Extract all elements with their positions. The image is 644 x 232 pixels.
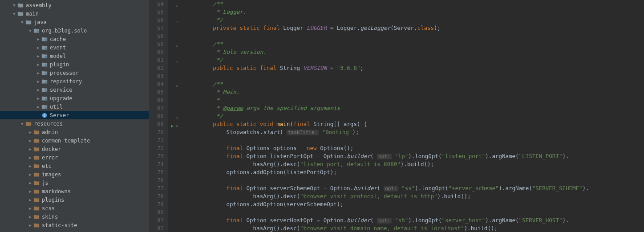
tree-node-admin[interactable]: ▶admin [0, 128, 149, 136]
code-line[interactable]: final Option listenPortOpt = Option.buil… [186, 152, 644, 160]
chevron-right-icon[interactable]: ▶ [28, 223, 33, 228]
tree-node-server[interactable]: CServer [0, 111, 149, 119]
fold-open-icon[interactable]: ⊖ [176, 122, 178, 130]
code-line[interactable]: final Option serverHostOpt = Option.buil… [186, 216, 644, 224]
chevron-right-icon[interactable]: ▶ [36, 88, 41, 92]
tree-node-util[interactable]: ▶util [0, 102, 149, 111]
chevron-right-icon[interactable]: ▶ [28, 138, 33, 143]
tree-node-skins[interactable]: ▶skins [0, 212, 149, 221]
code-line[interactable]: */ [186, 112, 644, 120]
tree-node-repository[interactable]: ▶repository [0, 77, 149, 85]
fold-close-icon[interactable]: ⊟ [176, 18, 178, 26]
chevron-right-icon[interactable]: ▶ [36, 71, 41, 75]
chevron-right-icon[interactable]: ▶ [28, 164, 33, 168]
code-line[interactable] [186, 72, 644, 80]
code-line[interactable] [186, 176, 644, 184]
chevron-down-icon[interactable]: ▼ [12, 3, 17, 8]
chevron-down-icon[interactable]: ▼ [12, 12, 17, 16]
run-gutter-icon[interactable]: ▶ [171, 122, 174, 130]
code-line[interactable] [186, 208, 644, 216]
chevron-right-icon[interactable]: ▶ [28, 155, 33, 160]
chevron-right-icon[interactable]: ▶ [36, 37, 41, 41]
token-doc: * Main. [213, 89, 239, 95]
tree-node-main[interactable]: ▼main [0, 9, 149, 18]
tree-node-processor[interactable]: ▶processor [0, 69, 149, 77]
chevron-right-icon[interactable]: ▶ [36, 79, 41, 84]
chevron-right-icon[interactable]: ▶ [28, 206, 33, 211]
chevron-right-icon[interactable]: ▶ [28, 198, 33, 202]
code-line[interactable]: /** [186, 80, 644, 88]
tree-node-common-template[interactable]: ▶common-template [0, 136, 149, 145]
tree-node-upgrade[interactable]: ▶upgrade [0, 94, 149, 102]
tree-node-java[interactable]: ▼java [0, 18, 149, 26]
project-tree[interactable]: ▼assembly▼main▼java▼org.b3log.solo▶cache… [0, 0, 149, 232]
tree-node-label: plugins [42, 197, 65, 203]
code-line[interactable]: */ [186, 56, 644, 64]
code-line[interactable]: * @param args the specified arguments [186, 104, 644, 112]
code-line[interactable]: hasArg().desc("browser visit protocol, d… [186, 192, 644, 200]
chevron-right-icon[interactable]: ▶ [28, 147, 33, 151]
code-line[interactable] [186, 32, 644, 40]
fold-open-icon[interactable]: ⊖ [176, 2, 178, 10]
tree-node-markdowns[interactable]: ▶markdowns [0, 187, 149, 195]
chevron-right-icon[interactable]: ▶ [28, 181, 33, 185]
chevron-right-icon[interactable]: ▶ [28, 130, 33, 134]
tree-node-cache[interactable]: ▶cache [0, 35, 149, 43]
chevron-right-icon[interactable]: ▶ [36, 96, 41, 101]
tree-node-event[interactable]: ▶event [0, 43, 149, 52]
tree-node-static-site[interactable]: ▶static-site [0, 221, 149, 229]
tree-node-js[interactable]: ▶js [0, 179, 149, 187]
code-line[interactable]: options.addOption(serverSchemeOpt); [186, 200, 644, 208]
tree-node-plugin[interactable]: ▶plugin [0, 60, 149, 69]
code-line[interactable]: hasArg().desc("browser visit domain name… [186, 224, 644, 232]
code-line[interactable]: hasArg().desc("listen port, default is 8… [186, 160, 644, 168]
package-icon [41, 86, 48, 94]
code-line[interactable]: public static final String VERSION = "3.… [186, 64, 644, 72]
tree-node-plugins[interactable]: ▶plugins [0, 195, 149, 204]
fold-close-icon[interactable]: ⊟ [176, 114, 178, 122]
code-line[interactable]: public static void main(final String[] a… [186, 120, 644, 128]
chevron-right-icon[interactable]: ▶ [28, 215, 33, 219]
token-type: Option serverSchemeOpt [247, 185, 320, 191]
tree-node-docker[interactable]: ▶docker [0, 145, 149, 153]
tree-node-org-b3log-solo[interactable]: ▼org.b3log.solo [0, 26, 149, 35]
code-line[interactable]: final Options options = new Options(); [186, 144, 644, 152]
chevron-down-icon[interactable]: ▼ [28, 28, 33, 33]
code-line[interactable]: Stopwatchs.start( taskTitle: "Booting"); [186, 128, 644, 136]
code-line[interactable]: /** [186, 0, 644, 8]
token-static: builder [347, 153, 370, 159]
chevron-right-icon[interactable]: ▶ [36, 62, 41, 67]
tree-node-etc[interactable]: ▶etc [0, 162, 149, 170]
code-area[interactable]: /** * Logger. */ private static final Lo… [181, 0, 644, 232]
chevron-down-icon[interactable]: ▼ [20, 20, 25, 24]
code-line[interactable]: * Logger. [186, 8, 644, 16]
tree-node-resources[interactable]: ▼resources [0, 119, 149, 128]
token-str: "SERVER_SCHEME" [532, 185, 583, 191]
tree-node-images[interactable]: ▶images [0, 170, 149, 179]
chevron-right-icon[interactable]: ▶ [36, 105, 41, 109]
chevron-right-icon[interactable]: ▶ [28, 189, 33, 194]
chevron-right-icon[interactable]: ▶ [28, 172, 33, 177]
tree-node-service[interactable]: ▶service [0, 85, 149, 94]
code-line[interactable]: final Option serverSchemeOpt = Option.bu… [186, 184, 644, 192]
chevron-down-icon[interactable]: ▼ [20, 122, 25, 126]
chevron-right-icon[interactable]: ▶ [36, 45, 41, 50]
code-line[interactable]: */ [186, 16, 644, 24]
fold-close-icon[interactable]: ⊟ [176, 58, 178, 66]
code-editor[interactable]: 5455565758596061626364656667686970717273… [149, 0, 644, 232]
code-line[interactable] [186, 136, 644, 144]
chevron-right-icon[interactable]: ▶ [36, 54, 41, 58]
code-line[interactable]: * Solo version. [186, 48, 644, 56]
token-plain: (Server. [390, 24, 417, 31]
code-line[interactable]: /** [186, 40, 644, 48]
tree-node-model[interactable]: ▶model [0, 52, 149, 60]
tree-node-scss[interactable]: ▶scss [0, 204, 149, 212]
fold-open-icon[interactable]: ⊖ [176, 82, 178, 90]
code-line[interactable]: * [186, 96, 644, 104]
fold-open-icon[interactable]: ⊖ [176, 42, 178, 50]
tree-node-error[interactable]: ▶error [0, 153, 149, 162]
tree-node-assembly[interactable]: ▼assembly [0, 1, 149, 9]
code-line[interactable]: * Main. [186, 88, 644, 96]
code-line[interactable]: options.addOption(listenPortOpt); [186, 168, 644, 176]
code-line[interactable]: private static final Logger LOGGER = Log… [186, 24, 644, 32]
